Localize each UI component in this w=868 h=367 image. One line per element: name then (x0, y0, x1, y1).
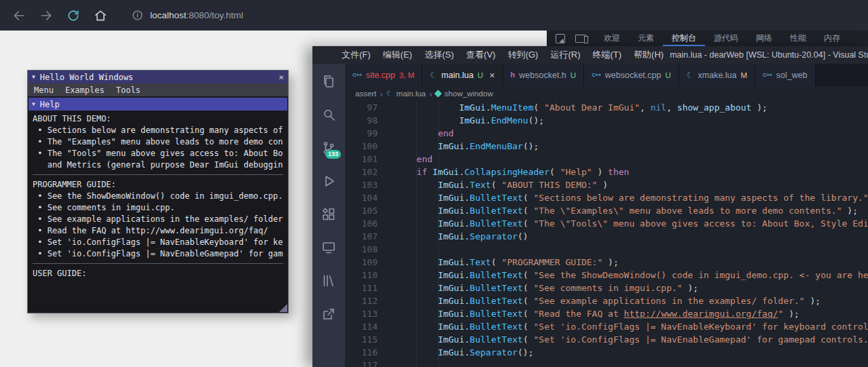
menu-item-2[interactable]: 选择(S) (418, 49, 460, 61)
inspect-icon[interactable] (556, 34, 565, 43)
line-content[interactable]: end (378, 153, 433, 166)
explorer-icon[interactable] (321, 73, 337, 90)
line-content[interactable]: ImGui.BulletText( "Sections below are de… (378, 191, 868, 204)
share-icon[interactable] (321, 306, 337, 322)
breadcrumb-item-show_window[interactable]: show_window (444, 90, 493, 98)
devtools-tab-1[interactable]: 元素 (629, 31, 663, 46)
line-number[interactable]: 98 (345, 114, 378, 127)
line-content[interactable]: ImGui.Separator() (378, 230, 528, 243)
line-content[interactable]: ImGui.EndMenuBar(); (378, 140, 539, 153)
source-control-icon[interactable]: 133 (321, 140, 337, 156)
line-content[interactable]: ImGui.BulletText( "See the ShowDemoWindo… (378, 269, 868, 282)
imgui-text-line: • Set 'io.ConfigFlags |= NavEnableGamepa… (33, 248, 283, 260)
imgui-menu-menu[interactable]: Menu (34, 85, 54, 95)
line-content[interactable]: ImGui.EndMenu(); (378, 114, 544, 127)
line-number[interactable]: 97 (345, 101, 378, 114)
close-icon[interactable]: × (489, 70, 494, 81)
devtools-tab-5[interactable]: 性能 (781, 31, 815, 46)
imgui-menu-tools[interactable]: Tools (116, 85, 141, 95)
tab-websocket.cpp[interactable]: C++websocket.cppU (584, 64, 679, 86)
forward-icon[interactable] (39, 9, 53, 22)
line-number[interactable]: 106 (345, 217, 378, 230)
back-icon[interactable] (12, 9, 26, 22)
line-content[interactable]: ImGui.BulletText( "Read the FAQ at http:… (378, 307, 799, 320)
line-number[interactable]: 100 (345, 140, 378, 153)
line-number[interactable]: 112 (345, 294, 378, 307)
tab-websocket.h[interactable]: hwebsocket.hU (503, 64, 585, 86)
line-content[interactable]: ImGui.Separator(); (378, 346, 534, 359)
imgui-help-header[interactable]: ▼ Help (29, 98, 287, 111)
line-number[interactable]: 110 (345, 269, 378, 282)
devtools-tab-4[interactable]: 网络 (747, 31, 781, 46)
menu-item-4[interactable]: 转到(G) (502, 49, 545, 61)
line-number[interactable]: 117 (345, 359, 378, 367)
line-number[interactable]: 111 (345, 282, 378, 294)
line-content[interactable] (378, 359, 395, 367)
line-number[interactable]: 109 (345, 256, 378, 269)
tab-xmake.lua[interactable]: ☾xmake.luaM (679, 64, 755, 86)
extensions-icon[interactable] (321, 206, 337, 223)
library-icon[interactable] (321, 273, 337, 289)
line-number[interactable]: 103 (345, 178, 378, 191)
search-icon[interactable] (321, 107, 337, 123)
imgui-window-title: Hello World Windows (40, 73, 133, 82)
menu-item-5[interactable]: 运行(R) (544, 49, 586, 61)
line-number[interactable]: 115 (345, 333, 378, 346)
code-line-104: 104 ImGui.BulletText( "Sections below ar… (345, 191, 868, 204)
imgui-titlebar[interactable]: ▼ Hello World Windows × (28, 71, 288, 83)
menu-item-3[interactable]: 查看(V) (460, 49, 501, 61)
code-line-109: 109 ImGui.Text( "PROGRAMMER GUIDE:" ); (345, 256, 868, 269)
line-number[interactable]: 104 (345, 191, 378, 204)
menu-item-0[interactable]: 文件(F) (336, 49, 377, 61)
line-number[interactable]: 99 (345, 127, 378, 140)
line-content[interactable]: ImGui.MenuItem( "About Dear ImGui", nil,… (378, 101, 767, 114)
collapse-arrow-icon: ▼ (32, 101, 35, 107)
help-header-label: Help (40, 100, 60, 109)
run-debug-icon[interactable] (321, 173, 337, 189)
breadcrumb-item-assert[interactable]: assert (355, 90, 376, 98)
line-number[interactable]: 114 (345, 320, 378, 333)
line-content[interactable]: ImGui.BulletText( "See comments in imgui… (378, 282, 698, 294)
tab-site.cpp[interactable]: C++site.cpp3, M (345, 64, 422, 86)
info-icon[interactable] (132, 9, 143, 21)
devtools-tab-3[interactable]: 源代码 (705, 31, 747, 46)
device-toolbar-icon[interactable] (575, 35, 586, 43)
remote-icon[interactable] (321, 239, 337, 256)
line-content[interactable] (378, 243, 395, 256)
line-content[interactable]: ImGui.BulletText( "Set 'io.ConfigFlags |… (378, 333, 868, 346)
line-number[interactable]: 102 (345, 166, 378, 178)
line-content[interactable]: ImGui.BulletText( "Set 'io.ConfigFlags |… (378, 320, 868, 333)
tab-main.lua[interactable]: ☾main.luaU× (422, 64, 503, 86)
home-icon[interactable] (94, 9, 107, 22)
line-content[interactable]: ImGui.BulletText( "The \"Tools\" menu ab… (378, 217, 868, 230)
line-content[interactable]: ImGui.Text( "PROGRAMMER GUIDE:" ); (378, 256, 619, 269)
line-number[interactable]: 108 (345, 243, 378, 256)
collapse-arrow-icon[interactable]: ▼ (32, 74, 35, 80)
tab-git-badge: 3, M (399, 71, 414, 79)
line-content[interactable]: ImGui.BulletText( "See example applicati… (378, 294, 820, 307)
line-number[interactable]: 105 (345, 204, 378, 217)
resize-grip-icon[interactable] (279, 304, 287, 312)
line-content[interactable]: end (378, 127, 454, 140)
line-content[interactable]: if ImGui.CollapsingHeader( "Help" ) then (378, 166, 629, 178)
address-bar[interactable]: localhost:8080/toy.html (132, 9, 243, 21)
menu-item-7[interactable]: 帮助(H) (628, 49, 670, 61)
close-icon[interactable]: × (278, 73, 284, 81)
line-number[interactable]: 107 (345, 230, 378, 243)
line-number[interactable]: 116 (345, 346, 378, 359)
devtools-tab-6[interactable]: 内存 (815, 31, 849, 46)
imgui-menu-examples[interactable]: Examples (65, 85, 105, 95)
line-number[interactable]: 113 (345, 307, 378, 320)
line-number[interactable]: 101 (345, 153, 378, 166)
devtools-tab-2[interactable]: 控制台 (663, 31, 705, 46)
line-content[interactable]: ImGui.Text( "ABOUT THIS DEMO:" ) (378, 178, 608, 191)
refresh-icon[interactable] (67, 9, 80, 22)
breadcrumb-item-main.lua[interactable]: main.lua (397, 90, 426, 98)
menu-item-6[interactable]: 终端(T) (586, 49, 628, 61)
devtools-tab-0[interactable]: 欢迎 (595, 31, 629, 46)
line-content[interactable]: ImGui.BulletText( "The \"Examples\" menu… (378, 204, 858, 217)
tab-sol_web[interactable]: C++sol_web (755, 64, 816, 86)
code-line-108: 108 (345, 243, 868, 256)
imgui-menubar: MenuExamplesTools (28, 83, 288, 96)
menu-item-1[interactable]: 编辑(E) (377, 49, 418, 61)
